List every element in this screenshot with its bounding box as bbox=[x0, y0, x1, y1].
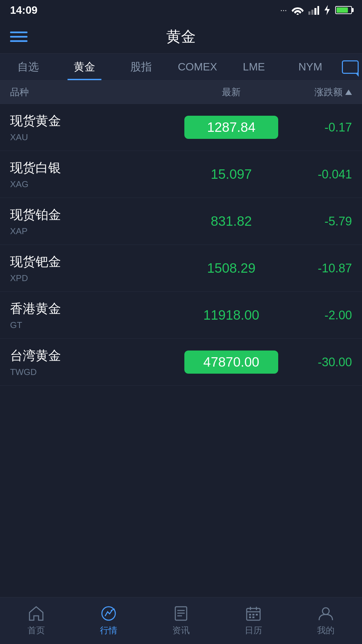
tab-more-icon bbox=[342, 60, 359, 74]
svg-point-20 bbox=[322, 608, 329, 614]
wifi-icon bbox=[292, 5, 304, 15]
user-icon bbox=[317, 605, 334, 622]
market-row-xap[interactable]: 现货铂金 XAP 831.82 -5.79 bbox=[0, 198, 362, 245]
market-name-xag: 现货白银 XAG bbox=[10, 159, 184, 190]
market-name-xpd: 现货钯金 XPD bbox=[10, 253, 184, 283]
svg-rect-16 bbox=[252, 614, 254, 615]
tab-zixuan[interactable]: 自选 bbox=[0, 54, 56, 80]
more-icon: ··· bbox=[280, 5, 287, 15]
tab-comex[interactable]: COMEX bbox=[169, 54, 226, 80]
col-price-header: 最新 bbox=[184, 86, 278, 99]
market-row-xpd[interactable]: 现货钯金 XPD 1508.29 -10.87 bbox=[0, 245, 362, 292]
tab-more-button[interactable] bbox=[339, 54, 362, 80]
nav-news[interactable]: 资讯 bbox=[145, 597, 217, 644]
calendar-icon bbox=[245, 605, 262, 622]
status-time: 14:09 bbox=[10, 4, 38, 16]
nav-market[interactable]: 行情 bbox=[72, 597, 145, 644]
market-change-xap: -5.79 bbox=[278, 214, 352, 228]
tab-huangjin[interactable]: 黄金 bbox=[56, 54, 113, 80]
svg-marker-5 bbox=[324, 5, 330, 15]
nav-mine[interactable]: 我的 bbox=[290, 597, 362, 644]
bottom-nav: 首页 行情 资讯 日历 bbox=[0, 597, 362, 644]
market-name-twgd: 台湾黄金 TWGD bbox=[10, 347, 184, 377]
market-price-xag: 15.097 bbox=[184, 167, 278, 182]
market-list: 现货黄金 XAU 1287.84 -0.17 现货白银 XAG 15.097 -… bbox=[0, 104, 362, 386]
status-icons: ··· bbox=[280, 5, 352, 15]
tab-guzhi[interactable]: 股指 bbox=[113, 54, 169, 80]
col-change-header: 涨跌额 bbox=[278, 86, 352, 99]
tab-bar: 自选 黄金 股指 COMEX LME NYM bbox=[0, 54, 362, 80]
nav-calendar[interactable]: 日历 bbox=[217, 597, 290, 644]
tab-lme[interactable]: LME bbox=[226, 54, 282, 80]
battery-icon bbox=[335, 6, 352, 14]
column-headers: 品种 最新 涨跌额 bbox=[0, 80, 362, 104]
svg-point-0 bbox=[297, 13, 299, 15]
market-name-xap: 现货铂金 XAP bbox=[10, 206, 184, 236]
svg-rect-4 bbox=[317, 6, 319, 15]
market-change-twgd: -30.00 bbox=[278, 355, 352, 369]
market-price-gt: 11918.00 bbox=[184, 308, 278, 323]
svg-rect-19 bbox=[252, 616, 254, 618]
header: 黄金 bbox=[0, 20, 362, 54]
page-title: 黄金 bbox=[166, 27, 196, 47]
market-row-twgd[interactable]: 台湾黄金 TWGD 47870.00 -30.00 bbox=[0, 339, 362, 386]
market-name-xau: 现货黄金 XAU bbox=[10, 112, 184, 143]
news-icon bbox=[173, 605, 189, 622]
svg-rect-18 bbox=[249, 616, 251, 618]
market-row-xag[interactable]: 现货白银 XAG 15.097 -0.041 bbox=[0, 151, 362, 198]
nav-home[interactable]: 首页 bbox=[0, 597, 72, 644]
tab-nym[interactable]: NYM bbox=[282, 54, 339, 80]
svg-rect-15 bbox=[249, 614, 251, 615]
col-name-header: 品种 bbox=[10, 86, 184, 99]
market-row-gt[interactable]: 香港黄金 GT 11918.00 -2.00 bbox=[0, 292, 362, 339]
market-price-twgd: 47870.00 bbox=[184, 351, 278, 374]
nav-mine-label: 我的 bbox=[317, 625, 335, 636]
market-row-xau[interactable]: 现货黄金 XAU 1287.84 -0.17 bbox=[0, 104, 362, 151]
market-name-gt: 香港黄金 GT bbox=[10, 300, 184, 330]
bolt-icon bbox=[324, 5, 330, 15]
nav-home-label: 首页 bbox=[27, 625, 45, 636]
market-change-xau: -0.17 bbox=[278, 120, 352, 135]
signal-icon bbox=[308, 5, 319, 15]
market-price-xap: 831.82 bbox=[184, 214, 278, 229]
home-icon bbox=[28, 605, 45, 622]
market-price-xau: 1287.84 bbox=[184, 116, 278, 139]
sort-icon bbox=[345, 90, 352, 95]
market-change-xag: -0.041 bbox=[278, 167, 352, 181]
market-change-gt: -2.00 bbox=[278, 308, 352, 322]
menu-button[interactable] bbox=[10, 32, 27, 42]
nav-calendar-label: 日历 bbox=[245, 625, 262, 636]
market-price-xpd: 1508.29 bbox=[184, 261, 278, 276]
chart-icon bbox=[100, 605, 117, 622]
nav-news-label: 资讯 bbox=[172, 625, 190, 636]
svg-rect-1 bbox=[308, 11, 310, 15]
svg-rect-2 bbox=[311, 10, 313, 15]
svg-rect-17 bbox=[256, 614, 258, 615]
market-change-xpd: -10.87 bbox=[278, 261, 352, 275]
nav-market-label: 行情 bbox=[100, 625, 117, 636]
svg-rect-3 bbox=[314, 8, 316, 15]
status-bar: 14:09 ··· bbox=[0, 0, 362, 20]
